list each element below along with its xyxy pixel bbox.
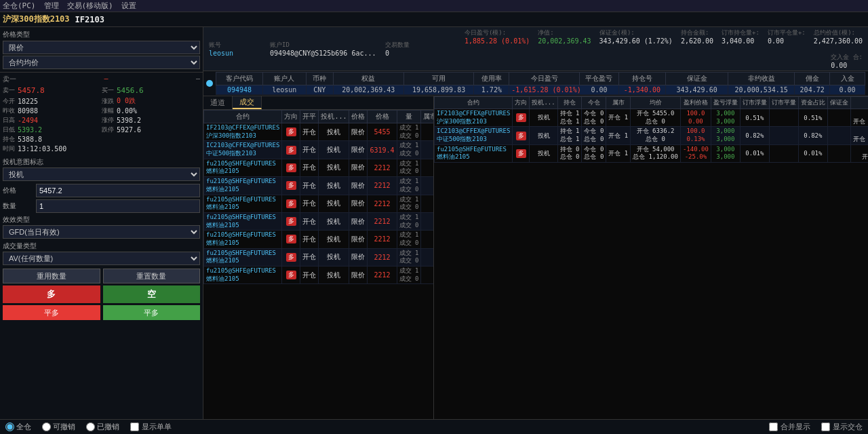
radio-revoke-input[interactable] <box>42 422 51 431</box>
close-sell-button[interactable]: 平多 <box>103 305 201 320</box>
radio-all-input[interactable] <box>5 422 14 431</box>
tr-contract: fu2105@SHFE@FUTURES燃料油2105 <box>204 212 282 230</box>
pos-th-attr: 属市 <box>606 97 631 109</box>
pos-th-value: 合约价值 <box>850 97 868 109</box>
deposit-col: 交入金 合: 0.00 <box>831 53 863 69</box>
show-positions-label[interactable]: 显示交仓 <box>821 422 863 432</box>
menu-item-settings[interactable]: 设置 <box>121 1 136 11</box>
tr-price: 2212 <box>368 267 397 284</box>
account-header-bar: 账号 leosun 账户ID 094948@CNY@S125b696 6ac..… <box>203 27 868 71</box>
pos-attr: 开仓 1 <box>606 109 631 127</box>
radio-executed-text: 已撤销 <box>97 422 119 432</box>
tr-attr <box>421 212 433 230</box>
pos-th-today: 今仓 <box>582 97 606 109</box>
pos-type: 投机 <box>530 127 557 144</box>
pos-float-vol: 0.51% <box>740 109 769 127</box>
today-pnl-col: 今日盈亏(模): 1,885.28 (0.01%) <box>465 28 530 45</box>
tr-attr <box>421 159 433 176</box>
trades-row-4: fu2105@SHFE@FUTURES燃料油2105 多 开仓 投机 限价 22… <box>204 195 434 212</box>
tr-open-close: 开仓 <box>300 195 319 212</box>
radio-revoke-label[interactable]: 可撤销 <box>42 422 75 432</box>
radio-executed-label[interactable]: 已撤销 <box>86 422 119 432</box>
tr-attr <box>421 195 433 212</box>
positions-table: 合约 方向 投机... 持仓 今仓 属市 均价 盈利价格 盈亏浮量 订市浮量 订 <box>434 96 868 163</box>
trades-row-8: fu2105@SHFE@FUTURES燃料油2105 多 开仓 投机 限价 22… <box>204 267 434 284</box>
menu-item-manage[interactable]: 管理 <box>44 1 59 11</box>
tr-vol: 成交 1成交 0 <box>397 267 421 284</box>
tr-attr <box>421 141 433 159</box>
price-input-label: 价格 <box>3 186 33 195</box>
tab-trades[interactable]: 成交 <box>233 96 262 109</box>
tr-type: 投机 <box>319 195 349 212</box>
merge-display-label[interactable]: 合并显示 <box>769 422 810 432</box>
tr-open-close: 开仓 <box>300 123 319 141</box>
indicator-select[interactable]: 投机 <box>3 167 200 181</box>
show-simple-label[interactable]: 显示单单 <box>130 422 172 432</box>
vol-type-select[interactable]: AV(任何数量) <box>3 252 200 265</box>
tr-dir: 多 <box>282 195 300 212</box>
price-val-one: 5457.8 <box>18 86 45 95</box>
tr-type: 投机 <box>319 267 349 284</box>
effect-type-select[interactable]: GFD(当日有效) <box>3 225 200 239</box>
user-table-row-0: 094948 leosun CNY 20,002,369.43 19,658,8… <box>216 85 865 95</box>
user-usage: 1.72% <box>474 85 509 95</box>
account-name-val: leosun <box>209 50 263 57</box>
sell-button[interactable]: 空 <box>103 285 201 303</box>
radio-all[interactable] <box>206 80 213 87</box>
price-sub-select[interactable]: 合约均价 最新 <box>3 56 200 69</box>
price-input[interactable] <box>36 184 200 197</box>
main-layout: 价格类型 限价 市价 合约均价 最新 卖一 — — 卖一 5457.8 <box>0 27 868 419</box>
show-positions-checkbox[interactable] <box>821 422 830 431</box>
reset-qty-button[interactable]: 重用数量 <box>3 269 100 283</box>
tab-channel[interactable]: 通道 <box>203 96 233 109</box>
positions-table-wrap[interactable]: 合约 方向 投机... 持仓 今仓 属市 均价 盈利价格 盈亏浮量 订市浮量 订 <box>434 96 868 419</box>
pos-row-0: IF2103@CFFEX@FUTURES沪深300指数2103 多 投机 持仓 … <box>435 109 869 127</box>
tr-open-close: 开仓 <box>300 141 319 159</box>
tr-type: 投机 <box>319 141 349 159</box>
trades-table-wrap[interactable]: 合约 方向 开平 投机... 价格 价格 量 属市 状态 状态描述 时间 <box>203 110 433 419</box>
order-form: 投机意图标志 投机 价格 数量 效效类型 GFD(当日有效) <box>0 155 203 325</box>
vol-input[interactable] <box>36 199 200 213</box>
radio-executed-input[interactable] <box>86 422 95 431</box>
user-equity: 20,002,369.43 <box>333 85 403 95</box>
pos-margin <box>827 144 850 162</box>
pos-pos: 持仓 0总仓 0 <box>557 144 582 162</box>
left-panel: 价格类型 限价 市价 合约均价 最新 卖一 — — 卖一 5457.8 <box>0 27 203 419</box>
pos-float-vol: 0.01% <box>740 144 769 162</box>
available-col: 持合金额: 2,620.00 <box>681 28 713 45</box>
price-type-select[interactable]: 限价 市价 <box>3 41 200 54</box>
tr-vol: 成交 1成交 0 <box>397 123 421 141</box>
long-avg-col: 订市平仓量+: 0.00 <box>768 28 806 45</box>
tr-type: 投机 <box>319 123 349 141</box>
menu-bar: 全仓(PC) 管理 交易(移动版) 设置 <box>0 0 868 12</box>
close-buy-button[interactable]: 平多 <box>3 305 100 320</box>
col-account-holder: 账户人 <box>263 73 306 85</box>
tr-attr <box>421 177 433 195</box>
buy-sell-row: 多 空 <box>3 285 200 303</box>
trades-row-2: fu2105@SHFE@FUTURES燃料油2105 多 开仓 投机 限价 22… <box>204 159 434 176</box>
pos-th-contract: 合约 <box>435 97 513 109</box>
tr-open-close: 开仓 <box>300 248 319 266</box>
pos-attr: 开仓 1 <box>606 144 631 162</box>
th-dir: 方向 <box>282 111 300 123</box>
contract-title: IF2103 <box>75 15 104 24</box>
user-margin: 343,429.60 <box>665 85 728 95</box>
reset-qty2-button[interactable]: 重置数量 <box>103 269 201 283</box>
tr-vol: 成交 1成交 0 <box>397 212 421 230</box>
buy-button[interactable]: 多 <box>3 285 100 303</box>
merge-display-checkbox[interactable] <box>769 422 778 431</box>
user-table: 客户代码 账户人 币种 权益 可用 使用率 今日盈亏 平仓盈亏 持仓号 保证金 … <box>216 72 865 95</box>
show-simple-checkbox[interactable] <box>130 422 139 431</box>
menu-item-quancang[interactable]: 全仓(PC) <box>3 1 36 11</box>
radio-all-label[interactable]: 全仓 <box>5 422 31 432</box>
pos-unrealized: 3,0003,000 <box>711 144 740 162</box>
tr-price-type: 限价 <box>349 231 368 248</box>
pos-float-vol: 0.82% <box>740 127 769 144</box>
menu-item-trade[interactable]: 交易(移动版) <box>67 1 113 11</box>
pos-today: 今仓 0总仓 0 <box>582 144 606 162</box>
tr-price: 2212 <box>368 195 397 212</box>
trades-row-3: fu2105@SHFE@FUTURES燃料油2105 多 开仓 投机 限价 22… <box>204 177 434 195</box>
ask1-price: — <box>104 75 108 84</box>
margin-col: 保证金(模): 343,429.60 (1.72%) <box>599 28 673 45</box>
tr-contract: fu2105@SHFE@FUTURES燃料油2105 <box>204 231 282 248</box>
